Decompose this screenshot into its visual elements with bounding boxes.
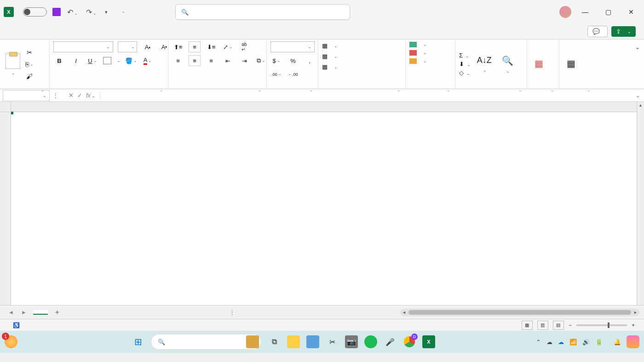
italic-button[interactable]: I — [70, 55, 82, 66]
underline-button[interactable]: U⌄ — [86, 55, 98, 66]
autosum-button[interactable]: Σ ⌄ — [459, 52, 471, 59]
search-box[interactable]: 🔍 — [175, 4, 350, 20]
mic-icon[interactable]: 🎤 — [384, 335, 397, 348]
fill-button[interactable]: ⬇ ⌄ — [459, 61, 471, 68]
align-center-button[interactable]: ≡ — [189, 55, 201, 66]
format-as-table-button[interactable]: ▦ ⌄ — [322, 52, 338, 61]
notifications-icon[interactable]: 🔔 — [614, 339, 621, 345]
page-layout-view-button[interactable]: ▥ — [537, 321, 548, 330]
cut-button[interactable]: ✂ — [25, 48, 34, 57]
calculator-icon[interactable] — [306, 335, 319, 348]
number-format-select[interactable]: ⌄ — [270, 41, 315, 52]
align-left-button[interactable]: ≡ — [172, 55, 184, 66]
namebox-menu-icon[interactable]: ⋮ — [50, 92, 61, 99]
taskbar-search[interactable]: 🔍 — [151, 334, 261, 350]
task-view-button[interactable]: ⧉ — [268, 335, 281, 348]
addins-button[interactable]: ▦ — [531, 56, 547, 72]
status-bar: ♿ ▦ ▥ ▤ − + — [0, 319, 644, 331]
paste-button[interactable]: ⌄ — [4, 52, 22, 76]
minimize-button[interactable]: — — [576, 5, 594, 19]
add-sheet-button[interactable]: + — [51, 308, 64, 317]
redo-button[interactable]: ↷⌄ — [84, 8, 98, 17]
chrome-icon[interactable]: D — [403, 335, 416, 348]
page-break-view-button[interactable]: ▤ — [553, 321, 564, 330]
tray-app-icon[interactable] — [627, 335, 639, 348]
align-middle-button[interactable]: ≡ — [189, 41, 201, 52]
font-size-select[interactable]: ⌄ — [118, 41, 137, 52]
comma-button[interactable]: , — [304, 55, 316, 66]
wifi-icon[interactable]: 📶 — [569, 339, 577, 345]
copy-button[interactable]: ⎘⌄ — [25, 60, 34, 69]
find-select-button[interactable]: 🔍⌄ — [498, 53, 517, 75]
expand-formula-bar-button[interactable]: ⌄ — [632, 92, 644, 99]
format-cells-button[interactable]: ⌄ — [409, 58, 427, 64]
excel-taskbar-icon[interactable]: X — [422, 335, 435, 348]
start-weather-icon[interactable] — [5, 335, 17, 348]
cancel-formula-button[interactable]: ✕ — [69, 92, 74, 99]
undo-button[interactable]: ↶⌄ — [65, 8, 80, 17]
increase-decimal-button[interactable]: .00→ — [270, 69, 282, 80]
zoom-in-button[interactable]: + — [632, 322, 635, 328]
merge-center-button[interactable]: ⧉⌄ — [255, 55, 267, 66]
zoom-slider[interactable] — [576, 324, 627, 326]
increase-font-button[interactable]: A▴ — [142, 41, 154, 52]
sheet-tab-sheet1[interactable] — [33, 310, 48, 315]
accessibility-status[interactable]: ♿ — [13, 322, 20, 328]
align-top-button[interactable]: ⬆≡ — [172, 41, 184, 52]
enter-formula-button[interactable]: ✓ — [77, 92, 82, 99]
font-color-button[interactable]: A⌄ — [142, 55, 154, 66]
wrap-text-button[interactable]: ab↵ — [238, 41, 250, 52]
close-button[interactable]: ✕ — [622, 5, 640, 19]
onedrive-icon[interactable]: ☁ — [546, 339, 552, 345]
comments-button[interactable]: 💬 — [587, 26, 608, 37]
scrollbar-thumb[interactable] — [408, 310, 631, 315]
snipping-tool-icon[interactable]: ✂ — [326, 335, 339, 348]
save-icon[interactable] — [52, 8, 61, 16]
spotify-icon[interactable] — [364, 335, 377, 348]
collapse-ribbon-button[interactable]: ⌄ — [630, 40, 644, 89]
borders-button[interactable] — [103, 57, 111, 64]
fx-button[interactable]: fx⌄ — [86, 92, 95, 99]
delete-cells-button[interactable]: ⌄ — [409, 50, 427, 56]
sheet-tab-menu-icon[interactable]: ⋮ — [224, 309, 240, 316]
insert-cells-button[interactable]: ⌄ — [409, 41, 427, 48]
percent-button[interactable]: % — [287, 55, 299, 66]
file-explorer-icon[interactable] — [287, 335, 300, 348]
format-painter-button[interactable]: 🖌 — [25, 72, 34, 81]
camera-icon[interactable]: 📷 — [345, 335, 358, 348]
battery-icon[interactable]: 🔋 — [595, 339, 603, 345]
bold-button[interactable]: B — [53, 55, 65, 66]
sort-filter-button[interactable]: A↓Z⌄ — [473, 54, 495, 74]
formula-bar-row: ⌄ ⋮ ✕ ✓ fx⌄ ⌄ — [0, 89, 644, 102]
maximize-button[interactable]: ▢ — [599, 5, 617, 19]
align-right-button[interactable]: ≡ — [205, 55, 217, 66]
horizontal-scrollbar[interactable] — [400, 309, 639, 316]
qat-customize-icon[interactable]: ▾ — [103, 9, 109, 15]
cond-format-icon: ▦ — [322, 42, 328, 49]
user-avatar-icon[interactable] — [559, 6, 571, 18]
vertical-scrollbar[interactable] — [637, 102, 644, 305]
sheet-nav-prev-button[interactable]: ◄ — [5, 309, 17, 316]
cloud-sync-icon[interactable]: ☁ — [558, 339, 564, 345]
share-button[interactable]: ⇪⌄ — [611, 26, 636, 37]
fill-color-button[interactable]: 🪣⌄ — [125, 55, 137, 66]
tray-overflow-icon[interactable]: ⌃ — [536, 339, 541, 345]
sheet-nav-next-button[interactable]: ► — [17, 309, 30, 316]
font-name-select[interactable]: ⌄ — [53, 41, 113, 52]
select-all-button[interactable] — [0, 102, 11, 112]
decrease-indent-button[interactable]: ⇤ — [222, 55, 234, 66]
orientation-button[interactable]: ⤢⌄ — [222, 41, 234, 52]
align-bottom-button[interactable]: ⬇≡ — [205, 41, 217, 52]
increase-indent-button[interactable]: ⇥ — [238, 55, 250, 66]
volume-icon[interactable]: 🔊 — [582, 339, 590, 345]
normal-view-button[interactable]: ▦ — [522, 321, 533, 330]
analyze-data-button[interactable]: ▦ — [563, 56, 579, 72]
conditional-formatting-button[interactable]: ▦ ⌄ — [322, 41, 338, 50]
autosave-toggle[interactable] — [23, 7, 47, 17]
cell-styles-button[interactable]: ▦ ⌄ — [322, 62, 338, 71]
clear-button[interactable]: ◇ ⌄ — [459, 69, 471, 76]
decrease-decimal-button[interactable]: ←.00 — [287, 69, 299, 80]
currency-button[interactable]: $⌄ — [270, 55, 282, 66]
start-button[interactable]: ⊞ — [132, 335, 144, 348]
zoom-out-button[interactable]: − — [569, 322, 572, 328]
